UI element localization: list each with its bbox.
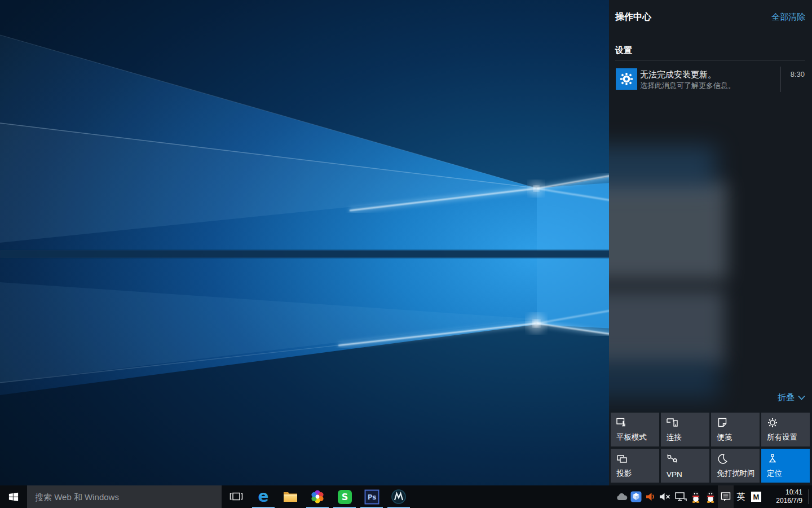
project-icon	[616, 453, 628, 465]
quick-action-quiet-hours[interactable]: 免打扰时间	[711, 449, 760, 483]
m-badge-icon: M	[751, 492, 761, 502]
connect-icon	[666, 417, 678, 429]
taskbar-app-file-explorer[interactable]	[277, 485, 304, 508]
task-view-button[interactable]	[223, 485, 250, 508]
clock-date: 2016/7/9	[776, 497, 802, 505]
taskbar-app-motorola[interactable]	[385, 485, 412, 508]
clear-all-link[interactable]: 全部清除	[771, 12, 805, 23]
ime-language-indicator[interactable]: 英	[734, 485, 748, 508]
notification-time: 8:30	[791, 70, 805, 78]
qq-icon	[691, 491, 701, 503]
taskbar-app-pinwheel[interactable]	[304, 485, 331, 508]
action-center-title: 操作中心	[615, 11, 651, 23]
tray-cube-app[interactable]	[629, 485, 643, 508]
system-tray: 英 M 10:41 2016/7/9	[615, 485, 812, 508]
all-settings-icon	[766, 417, 779, 429]
action-center-tray-icon	[720, 491, 731, 502]
note-icon	[716, 417, 729, 429]
settings-section-title: 设置	[615, 45, 632, 56]
windows-logo-icon	[8, 491, 19, 502]
svg-text:Ps: Ps	[367, 493, 376, 501]
notification-divider	[780, 67, 781, 92]
action-center-tray-button[interactable]	[718, 485, 734, 508]
section-divider	[615, 60, 805, 60]
clock-time: 10:41	[785, 488, 802, 497]
notification-body: 选择此消息可了解更多信息。	[640, 81, 735, 91]
network-icon	[674, 492, 687, 502]
quick-action-label: 免打扰时间	[717, 468, 755, 479]
vpn-icon	[666, 453, 678, 465]
edge-icon: e	[255, 488, 272, 505]
file-explorer-icon	[283, 490, 298, 503]
taskbar-clock[interactable]: 10:41 2016/7/9	[764, 485, 807, 508]
quick-action-tablet-mode[interactable]: 平板模式	[611, 413, 659, 446]
quick-action-label: 所有设置	[767, 432, 797, 443]
notification-item[interactable]: 无法完成安装更新。 选择此消息可了解更多信息。 8:30	[609, 64, 812, 94]
motorola-icon	[391, 489, 407, 505]
pinwheel-photos-icon	[310, 489, 325, 505]
taskbar-app-photoshop[interactable]: Ps	[358, 485, 385, 508]
ime-mode-badge[interactable]: M	[748, 485, 764, 508]
blue-cube-icon	[630, 491, 642, 502]
tray-qq-1[interactable]	[689, 485, 703, 508]
taskbar-app-s-green[interactable]: S	[331, 485, 358, 508]
quick-action-label: 平板模式	[616, 432, 647, 443]
settings-gear-icon	[616, 68, 637, 90]
show-desktop-button[interactable]	[809, 485, 812, 508]
volume-muted-icon	[659, 492, 672, 501]
taskbar: e	[0, 485, 812, 508]
tray-audio-app[interactable]	[643, 485, 658, 508]
action-center-header: 操作中心 全部清除	[615, 11, 805, 23]
quiet-hours-icon	[716, 453, 729, 465]
cloud-icon	[616, 492, 628, 501]
collapse-toggle[interactable]: 折叠	[778, 392, 805, 403]
collapse-label: 折叠	[778, 392, 795, 403]
tray-volume[interactable]	[658, 485, 673, 508]
speaker-red-icon	[645, 492, 656, 502]
quick-action-note[interactable]: 便笺	[711, 413, 760, 446]
tray-cloud[interactable]	[615, 485, 629, 508]
qq-icon	[705, 491, 716, 503]
action-center-panel: 操作中心 全部清除 设置	[609, 0, 812, 485]
taskbar-search-box[interactable]	[27, 485, 222, 508]
quick-action-project[interactable]: 投影	[611, 449, 659, 483]
quick-action-label: 定位	[767, 468, 782, 479]
quick-actions-grid: 平板模式 连接 便笺	[611, 413, 810, 483]
quick-action-label: 投影	[616, 468, 632, 479]
windows-desktop: 操作中心 全部清除 设置	[0, 0, 812, 508]
svg-text:e: e	[258, 488, 269, 505]
task-view-icon	[229, 491, 244, 503]
svg-text:S: S	[341, 492, 348, 502]
search-input[interactable]	[27, 485, 222, 508]
quick-action-location[interactable]: 定位	[761, 449, 810, 483]
notification-title: 无法完成安装更新。	[640, 69, 716, 80]
s-green-app-icon: S	[337, 489, 352, 505]
quick-action-vpn[interactable]: VPN	[661, 449, 709, 483]
quick-action-label: 便笺	[717, 432, 732, 443]
tray-qq-2[interactable]	[703, 485, 718, 508]
quick-action-all-settings[interactable]: 所有设置	[761, 413, 810, 446]
tablet-mode-icon	[616, 417, 628, 429]
quick-action-connect[interactable]: 连接	[661, 413, 709, 446]
location-icon	[766, 453, 779, 465]
photoshop-icon: Ps	[364, 489, 379, 505]
taskbar-app-edge[interactable]: e	[250, 485, 277, 508]
quick-action-label: VPN	[667, 470, 682, 479]
tray-network[interactable]	[673, 485, 689, 508]
start-button[interactable]	[0, 485, 27, 508]
quick-action-label: 连接	[667, 432, 682, 443]
chevron-down-icon	[798, 395, 805, 400]
